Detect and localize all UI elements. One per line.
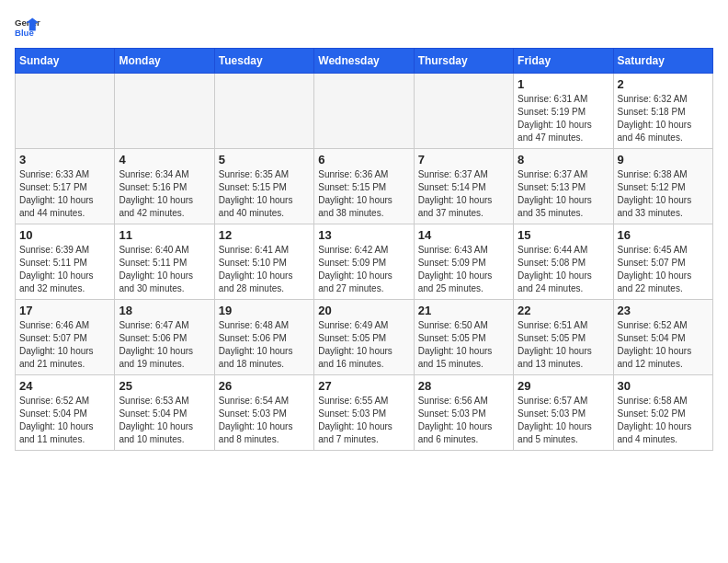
day-number: 29 — [518, 379, 609, 393]
page-header: General Blue — [15, 15, 713, 40]
calendar-cell: 27Sunrise: 6:55 AMSunset: 5:03 PMDayligh… — [314, 375, 414, 451]
day-info: Sunrise: 6:50 AMSunset: 5:05 PMDaylight:… — [418, 319, 509, 371]
header-thursday: Thursday — [414, 49, 513, 74]
day-info: Sunrise: 6:48 AMSunset: 5:06 PMDaylight:… — [219, 319, 310, 371]
calendar-cell: 5Sunrise: 6:35 AMSunset: 5:15 PMDaylight… — [214, 149, 313, 224]
calendar-week-4: 17Sunrise: 6:46 AMSunset: 5:07 PMDayligh… — [16, 300, 713, 375]
header-wednesday: Wednesday — [314, 49, 414, 74]
day-info: Sunrise: 6:51 AMSunset: 5:05 PMDaylight:… — [518, 319, 609, 371]
calendar-cell — [115, 74, 214, 149]
header-sunday: Sunday — [16, 49, 115, 74]
day-number: 10 — [19, 228, 110, 242]
day-number: 5 — [219, 153, 310, 167]
calendar-cell: 10Sunrise: 6:39 AMSunset: 5:11 PMDayligh… — [16, 224, 115, 300]
day-info: Sunrise: 6:53 AMSunset: 5:04 PMDaylight:… — [119, 395, 210, 446]
day-number: 17 — [19, 304, 110, 317]
calendar-cell: 17Sunrise: 6:46 AMSunset: 5:07 PMDayligh… — [16, 300, 115, 375]
day-number: 13 — [318, 228, 409, 242]
calendar-cell: 22Sunrise: 6:51 AMSunset: 5:05 PMDayligh… — [514, 300, 613, 375]
day-number: 25 — [119, 379, 210, 393]
calendar-cell: 24Sunrise: 6:52 AMSunset: 5:04 PMDayligh… — [16, 375, 115, 451]
day-number: 19 — [219, 304, 310, 317]
day-number: 3 — [19, 153, 110, 167]
day-number: 27 — [318, 379, 409, 393]
day-info: Sunrise: 6:40 AMSunset: 5:11 PMDaylight:… — [119, 244, 210, 295]
calendar-cell: 4Sunrise: 6:34 AMSunset: 5:16 PMDaylight… — [115, 149, 214, 224]
day-info: Sunrise: 6:55 AMSunset: 5:03 PMDaylight:… — [318, 395, 409, 446]
calendar-week-2: 3Sunrise: 6:33 AMSunset: 5:17 PMDaylight… — [16, 149, 713, 224]
logo-icon: General Blue — [15, 15, 40, 40]
logo: General Blue — [15, 15, 44, 40]
day-number: 15 — [518, 228, 609, 242]
day-info: Sunrise: 6:31 AMSunset: 5:19 PMDaylight:… — [518, 93, 609, 144]
day-number: 4 — [119, 153, 210, 167]
day-info: Sunrise: 6:36 AMSunset: 5:15 PMDaylight:… — [318, 168, 409, 220]
calendar-cell: 21Sunrise: 6:50 AMSunset: 5:05 PMDayligh… — [414, 300, 513, 375]
day-number: 20 — [318, 304, 409, 317]
calendar-cell — [214, 74, 313, 149]
day-info: Sunrise: 6:35 AMSunset: 5:15 PMDaylight:… — [219, 168, 310, 220]
day-info: Sunrise: 6:43 AMSunset: 5:09 PMDaylight:… — [418, 244, 509, 295]
day-number: 8 — [518, 153, 609, 167]
day-number: 14 — [418, 228, 509, 242]
day-number: 16 — [618, 228, 709, 242]
day-info: Sunrise: 6:47 AMSunset: 5:06 PMDaylight:… — [119, 319, 210, 371]
calendar-cell: 20Sunrise: 6:49 AMSunset: 5:05 PMDayligh… — [314, 300, 414, 375]
day-info: Sunrise: 6:46 AMSunset: 5:07 PMDaylight:… — [19, 319, 110, 371]
calendar-cell: 14Sunrise: 6:43 AMSunset: 5:09 PMDayligh… — [414, 224, 513, 300]
day-number: 9 — [618, 153, 709, 167]
day-number: 30 — [618, 379, 709, 393]
calendar-cell: 11Sunrise: 6:40 AMSunset: 5:11 PMDayligh… — [115, 224, 214, 300]
calendar-cell: 19Sunrise: 6:48 AMSunset: 5:06 PMDayligh… — [214, 300, 313, 375]
day-number: 12 — [219, 228, 310, 242]
day-info: Sunrise: 6:41 AMSunset: 5:10 PMDaylight:… — [219, 244, 310, 295]
day-number: 23 — [618, 304, 709, 317]
day-info: Sunrise: 6:54 AMSunset: 5:03 PMDaylight:… — [219, 395, 310, 446]
day-number: 11 — [119, 228, 210, 242]
calendar-cell: 18Sunrise: 6:47 AMSunset: 5:06 PMDayligh… — [115, 300, 214, 375]
day-number: 22 — [518, 304, 609, 317]
day-info: Sunrise: 6:37 AMSunset: 5:13 PMDaylight:… — [518, 168, 609, 220]
header-friday: Friday — [514, 49, 613, 74]
calendar-week-1: 1Sunrise: 6:31 AMSunset: 5:19 PMDaylight… — [16, 74, 713, 149]
day-info: Sunrise: 6:32 AMSunset: 5:18 PMDaylight:… — [618, 93, 709, 144]
day-number: 21 — [418, 304, 509, 317]
day-info: Sunrise: 6:44 AMSunset: 5:08 PMDaylight:… — [518, 244, 609, 295]
day-number: 1 — [518, 77, 609, 91]
day-number: 18 — [119, 304, 210, 317]
calendar-cell: 29Sunrise: 6:57 AMSunset: 5:03 PMDayligh… — [514, 375, 613, 451]
calendar-cell: 2Sunrise: 6:32 AMSunset: 5:18 PMDaylight… — [613, 74, 712, 149]
day-info: Sunrise: 6:52 AMSunset: 5:04 PMDaylight:… — [618, 319, 709, 371]
day-info: Sunrise: 6:57 AMSunset: 5:03 PMDaylight:… — [518, 395, 609, 446]
day-number: 24 — [19, 379, 110, 393]
calendar-cell: 25Sunrise: 6:53 AMSunset: 5:04 PMDayligh… — [115, 375, 214, 451]
calendar-cell: 15Sunrise: 6:44 AMSunset: 5:08 PMDayligh… — [514, 224, 613, 300]
header-monday: Monday — [115, 49, 214, 74]
day-number: 2 — [618, 77, 709, 91]
calendar-cell — [414, 74, 513, 149]
calendar-cell: 28Sunrise: 6:56 AMSunset: 5:03 PMDayligh… — [414, 375, 513, 451]
day-number: 7 — [418, 153, 509, 167]
header-saturday: Saturday — [613, 49, 712, 74]
calendar-cell: 13Sunrise: 6:42 AMSunset: 5:09 PMDayligh… — [314, 224, 414, 300]
calendar-header-row: Sunday Monday Tuesday Wednesday Thursday… — [16, 49, 713, 74]
calendar-cell: 9Sunrise: 6:38 AMSunset: 5:12 PMDaylight… — [613, 149, 712, 224]
day-number: 28 — [418, 379, 509, 393]
calendar-cell: 12Sunrise: 6:41 AMSunset: 5:10 PMDayligh… — [214, 224, 313, 300]
day-number: 6 — [318, 153, 409, 167]
calendar-cell: 8Sunrise: 6:37 AMSunset: 5:13 PMDaylight… — [514, 149, 613, 224]
calendar-table: Sunday Monday Tuesday Wednesday Thursday… — [15, 48, 713, 451]
calendar-cell: 26Sunrise: 6:54 AMSunset: 5:03 PMDayligh… — [214, 375, 313, 451]
header-tuesday: Tuesday — [214, 49, 313, 74]
calendar-cell: 7Sunrise: 6:37 AMSunset: 5:14 PMDaylight… — [414, 149, 513, 224]
calendar-cell: 3Sunrise: 6:33 AMSunset: 5:17 PMDaylight… — [16, 149, 115, 224]
day-info: Sunrise: 6:33 AMSunset: 5:17 PMDaylight:… — [19, 168, 110, 220]
day-info: Sunrise: 6:39 AMSunset: 5:11 PMDaylight:… — [19, 244, 110, 295]
day-info: Sunrise: 6:37 AMSunset: 5:14 PMDaylight:… — [418, 168, 509, 220]
day-info: Sunrise: 6:56 AMSunset: 5:03 PMDaylight:… — [418, 395, 509, 446]
day-info: Sunrise: 6:49 AMSunset: 5:05 PMDaylight:… — [318, 319, 409, 371]
day-info: Sunrise: 6:58 AMSunset: 5:02 PMDaylight:… — [618, 395, 709, 446]
calendar-cell: 6Sunrise: 6:36 AMSunset: 5:15 PMDaylight… — [314, 149, 414, 224]
calendar-cell: 23Sunrise: 6:52 AMSunset: 5:04 PMDayligh… — [613, 300, 712, 375]
day-info: Sunrise: 6:45 AMSunset: 5:07 PMDaylight:… — [618, 244, 709, 295]
